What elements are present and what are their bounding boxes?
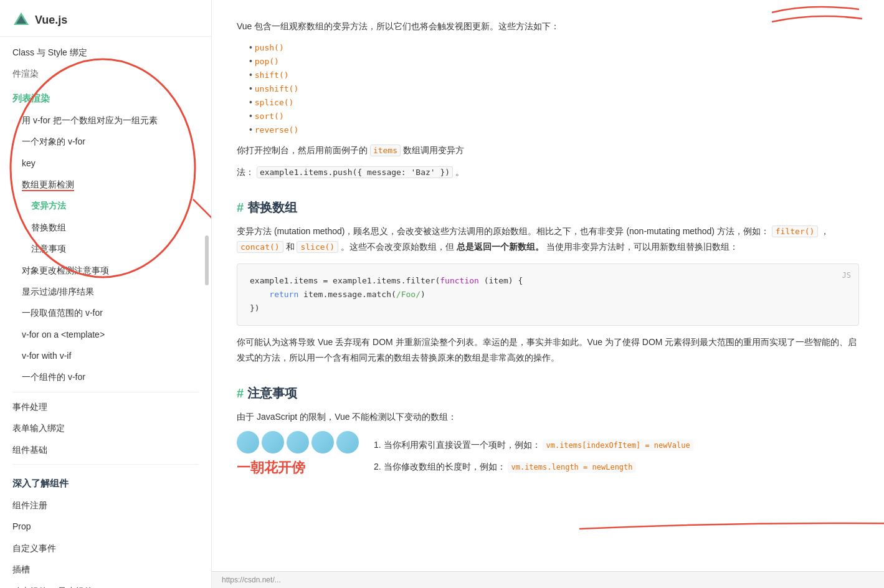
- sidebar-item-reg[interactable]: 组件注册: [0, 495, 211, 516]
- replace-p1: 变异方法 (mutation method)，顾名思义，会改变被这些方法调用的原…: [237, 224, 859, 255]
- sidebar-item-slot[interactable]: 插槽: [0, 559, 211, 580]
- sidebar-item[interactable]: v-for on a <template>: [0, 324, 211, 345]
- sidebar-item[interactable]: 一个组件的 v-for: [0, 366, 211, 387]
- sidebar-item[interactable]: 对象更改检测注意事项: [0, 260, 211, 281]
- sidebar-divider: [12, 464, 199, 465]
- list-item: reverse(): [249, 123, 859, 136]
- sidebar-item-label: 件渲染: [12, 69, 39, 78]
- circles-decoration: [237, 431, 364, 453]
- sidebar-item-component[interactable]: 组件基础: [0, 439, 211, 460]
- sidebar-section-deep: 深入了解组件: [0, 472, 211, 495]
- sidebar-item[interactable]: 替换数组: [0, 217, 211, 238]
- list-item: splice(): [249, 95, 859, 109]
- method-code: shift(): [255, 70, 289, 80]
- sidebar-item[interactable]: 一段取值范围的 v-for: [0, 302, 211, 323]
- annotation-underline-svg: [573, 507, 884, 538]
- items-highlight: items: [370, 145, 401, 156]
- list-item: shift(): [249, 68, 859, 82]
- code-line-3: }): [250, 301, 846, 315]
- sidebar-item[interactable]: Class 与 Style 绑定: [0, 42, 211, 63]
- circles-area: 一朝花开傍: [237, 431, 374, 477]
- list-item: sort(): [249, 109, 859, 123]
- vm-items-index: vm.items[indexOfItem] = newValue: [543, 440, 693, 451]
- sidebar-item[interactable]: key: [0, 153, 211, 174]
- circle-5: [336, 431, 359, 453]
- sidebar-divider: [12, 392, 199, 392]
- caveats-items: 1. 当你利用索引直接设置一个项时，例如： vm.items[indexOfIt…: [374, 431, 859, 481]
- list-item: pop(): [249, 54, 859, 68]
- sidebar-item-label: 列表渲染: [12, 93, 50, 103]
- sidebar-item[interactable]: 注意事项: [0, 238, 211, 259]
- main-content: Vue 包含一组观察数组的变异方法，所以它们也将会触发视图更新。这些方法如下： …: [212, 0, 884, 588]
- replace-note: 你可能认为这将导致 Vue 丢弃现有 DOM 并重新渲染整个列表。幸运的是，事实…: [237, 334, 859, 366]
- intro-text: Vue 包含一组观察数组的变异方法，所以它们也将会触发视图更新。这些方法如下：: [237, 19, 859, 34]
- sidebar-item-form[interactable]: 表单输入绑定: [0, 417, 211, 439]
- method-code: push(): [255, 43, 284, 52]
- caveats-item1: 1. 当你利用索引直接设置一个项时，例如： vm.items[indexOfIt…: [374, 437, 859, 453]
- list-item: push(): [249, 40, 859, 54]
- method-code: unshift(): [255, 84, 298, 93]
- sidebar-item-array-update[interactable]: 数组更新检测: [0, 174, 211, 195]
- method-code: reverse(): [255, 125, 298, 135]
- replace-section-title: # 替换数组: [237, 199, 859, 216]
- circle-1: [237, 431, 259, 453]
- sidebar-item-label: 数组更新检测: [22, 179, 74, 191]
- sidebar: Vue.js Class 与 Style 绑定 件渲染 列表渲染 用 v-for…: [0, 0, 212, 588]
- lang-label: JS: [842, 269, 851, 282]
- replace-section: # 替换数组 变异方法 (mutation method)，顾名思义，会改变被这…: [237, 199, 859, 366]
- circle-2: [262, 431, 284, 453]
- bold-text: 总是返回一个新数组。: [457, 242, 544, 252]
- sidebar-item[interactable]: 显示过滤/排序结果: [0, 281, 211, 302]
- example-code-inline: example1.items.push({ message: 'Baz' }): [257, 166, 453, 178]
- circle-4: [311, 431, 334, 453]
- list-item: unshift(): [249, 82, 859, 95]
- method-code: splice(): [255, 98, 294, 107]
- sidebar-item[interactable]: 件渲染: [0, 63, 211, 84]
- filter-code: filter(): [772, 225, 819, 237]
- concat-code: concat(): [237, 241, 283, 253]
- method-code: sort(): [255, 111, 284, 121]
- caveats-p1: 由于 JavaScript 的限制，Vue 不能检测以下变动的数组：: [237, 409, 859, 425]
- caveats-item2: 2. 当你修改数组的长度时，例如： vm.items.length = newL…: [374, 459, 859, 475]
- caveats-section: # 注意事项 由于 JavaScript 的限制，Vue 不能检测以下变动的数组…: [237, 385, 859, 481]
- circle-3: [287, 431, 309, 453]
- sidebar-item-list-render[interactable]: 列表渲染: [0, 87, 211, 110]
- sidebar-item[interactable]: v-for with v-if: [0, 345, 211, 366]
- mutation-methods-list: push() pop() shift() unshift() splice() …: [249, 40, 859, 136]
- sidebar-item[interactable]: 一个对象的 v-for: [0, 131, 211, 152]
- sidebar-item-prop[interactable]: Prop: [0, 516, 211, 537]
- sidebar-item[interactable]: 用 v-for 把一个数组对应为一组元素: [0, 110, 211, 131]
- slice-code: slice(): [297, 241, 338, 253]
- code-line-2: return item.message.match(/Foo/): [250, 288, 846, 301]
- console-text: 你打开控制台，然后用前面例子的 items 数组调用变异方: [237, 143, 859, 158]
- sidebar-item-mutation[interactable]: 变异方法: [0, 195, 211, 216]
- method-code: pop(): [255, 57, 279, 66]
- caveats-section-title: # 注意事项: [237, 385, 859, 402]
- code-block-filter: JS example1.items = example1.items.filte…: [237, 263, 859, 326]
- sidebar-item-custom-event[interactable]: 自定义事件: [0, 538, 211, 559]
- console-text2: 法： example1.items.push({ message: 'Baz' …: [237, 164, 859, 180]
- caveats-content: 一朝花开傍 1. 当你利用索引直接设置一个项时，例如： vm.items[ind…: [237, 431, 859, 481]
- banner-text: 一朝花开傍: [237, 458, 374, 477]
- code-line-1: example1.items = example1.items.filter(f…: [250, 274, 846, 288]
- logo-area: Vue.js: [0, 6, 211, 37]
- intro-section: Vue 包含一组观察数组的变异方法，所以它们也将会触发视图更新。这些方法如下： …: [237, 19, 859, 181]
- sidebar-item-event[interactable]: 事件处理: [0, 396, 211, 417]
- scrollbar[interactable]: [205, 235, 209, 285]
- logo-text: Vue.js: [35, 14, 67, 27]
- vue-logo-icon: [12, 11, 30, 29]
- sidebar-item-dynamic[interactable]: 动态组件 & 异步组件: [0, 581, 211, 588]
- url-bar: https://csdn.net/...: [212, 571, 884, 588]
- vm-items-length: vm.items.length = newLength: [508, 462, 635, 473]
